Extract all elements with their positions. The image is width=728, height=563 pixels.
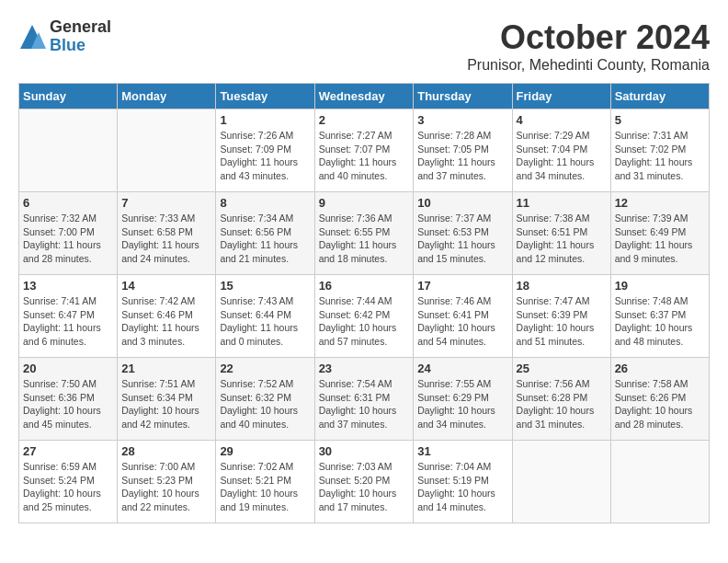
day-info: Sunrise: 7:33 AM Sunset: 6:58 PM Dayligh… bbox=[121, 212, 211, 266]
day-number: 11 bbox=[517, 196, 607, 210]
calendar-cell: 18Sunrise: 7:47 AM Sunset: 6:39 PM Dayli… bbox=[512, 275, 610, 358]
logo-icon bbox=[18, 23, 46, 51]
col-saturday: Saturday bbox=[610, 84, 709, 109]
day-info: Sunrise: 7:32 AM Sunset: 7:00 PM Dayligh… bbox=[23, 212, 113, 266]
calendar-week-1: 1Sunrise: 7:26 AM Sunset: 7:09 PM Daylig… bbox=[19, 109, 710, 192]
calendar-cell: 31Sunrise: 7:04 AM Sunset: 5:19 PM Dayli… bbox=[414, 441, 512, 523]
day-number: 21 bbox=[121, 362, 211, 375]
calendar-cell: 12Sunrise: 7:39 AM Sunset: 6:49 PM Dayli… bbox=[610, 192, 709, 275]
calendar-cell: 6Sunrise: 7:32 AM Sunset: 7:00 PM Daylig… bbox=[19, 192, 118, 275]
col-friday: Friday bbox=[512, 84, 610, 109]
day-number: 25 bbox=[517, 362, 607, 375]
day-number: 6 bbox=[23, 196, 113, 210]
day-number: 12 bbox=[615, 196, 705, 210]
day-info: Sunrise: 7:03 AM Sunset: 5:20 PM Dayligh… bbox=[319, 460, 410, 514]
calendar-cell bbox=[610, 441, 709, 523]
calendar-cell bbox=[512, 441, 610, 523]
calendar-cell: 13Sunrise: 7:41 AM Sunset: 6:47 PM Dayli… bbox=[19, 275, 118, 358]
calendar-cell: 8Sunrise: 7:34 AM Sunset: 6:56 PM Daylig… bbox=[216, 192, 314, 275]
header-row: Sunday Monday Tuesday Wednesday Thursday… bbox=[19, 84, 710, 109]
day-info: Sunrise: 7:31 AM Sunset: 7:02 PM Dayligh… bbox=[615, 129, 705, 183]
day-number: 20 bbox=[23, 362, 113, 375]
logo: General Blue bbox=[18, 18, 111, 55]
calendar-cell: 25Sunrise: 7:56 AM Sunset: 6:28 PM Dayli… bbox=[512, 358, 610, 441]
day-number: 23 bbox=[319, 362, 410, 375]
day-number: 14 bbox=[121, 279, 211, 293]
calendar-cell: 29Sunrise: 7:02 AM Sunset: 5:21 PM Dayli… bbox=[216, 441, 314, 523]
calendar-body: 1Sunrise: 7:26 AM Sunset: 7:09 PM Daylig… bbox=[19, 109, 710, 523]
day-info: Sunrise: 6:59 AM Sunset: 5:24 PM Dayligh… bbox=[23, 460, 113, 514]
calendar-cell: 22Sunrise: 7:52 AM Sunset: 6:32 PM Dayli… bbox=[216, 358, 314, 441]
calendar-cell: 7Sunrise: 7:33 AM Sunset: 6:58 PM Daylig… bbox=[118, 192, 216, 275]
day-number: 1 bbox=[220, 113, 310, 127]
calendar-cell: 23Sunrise: 7:54 AM Sunset: 6:31 PM Dayli… bbox=[314, 358, 414, 441]
day-info: Sunrise: 7:42 AM Sunset: 6:46 PM Dayligh… bbox=[121, 294, 211, 349]
day-number: 13 bbox=[23, 279, 113, 293]
calendar-cell: 5Sunrise: 7:31 AM Sunset: 7:02 PM Daylig… bbox=[610, 109, 709, 192]
col-sunday: Sunday bbox=[19, 84, 118, 109]
day-info: Sunrise: 7:54 AM Sunset: 6:31 PM Dayligh… bbox=[319, 377, 410, 431]
day-number: 10 bbox=[417, 196, 507, 210]
day-info: Sunrise: 7:51 AM Sunset: 6:34 PM Dayligh… bbox=[121, 377, 211, 431]
day-info: Sunrise: 7:50 AM Sunset: 6:36 PM Dayligh… bbox=[23, 377, 113, 431]
title-section: October 2024 Prunisor, Mehedinti County,… bbox=[467, 18, 710, 74]
calendar-week-4: 20Sunrise: 7:50 AM Sunset: 6:36 PM Dayli… bbox=[19, 358, 710, 441]
logo-blue: Blue bbox=[50, 37, 111, 55]
col-tuesday: Tuesday bbox=[216, 84, 314, 109]
calendar-cell: 28Sunrise: 7:00 AM Sunset: 5:23 PM Dayli… bbox=[118, 441, 216, 523]
day-number: 8 bbox=[220, 196, 310, 210]
calendar-cell: 27Sunrise: 6:59 AM Sunset: 5:24 PM Dayli… bbox=[19, 441, 118, 523]
calendar-cell: 24Sunrise: 7:55 AM Sunset: 6:29 PM Dayli… bbox=[414, 358, 512, 441]
calendar-cell: 30Sunrise: 7:03 AM Sunset: 5:20 PM Dayli… bbox=[314, 441, 414, 523]
calendar-week-3: 13Sunrise: 7:41 AM Sunset: 6:47 PM Dayli… bbox=[19, 275, 710, 358]
day-number: 17 bbox=[417, 279, 507, 293]
day-number: 7 bbox=[121, 196, 211, 210]
day-info: Sunrise: 7:46 AM Sunset: 6:41 PM Dayligh… bbox=[417, 294, 507, 349]
day-number: 3 bbox=[417, 113, 507, 127]
day-info: Sunrise: 7:41 AM Sunset: 6:47 PM Dayligh… bbox=[23, 294, 113, 349]
logo-general: General bbox=[50, 18, 111, 37]
day-info: Sunrise: 7:48 AM Sunset: 6:37 PM Dayligh… bbox=[615, 294, 705, 349]
calendar-cell: 26Sunrise: 7:58 AM Sunset: 6:26 PM Dayli… bbox=[610, 358, 709, 441]
day-number: 4 bbox=[517, 113, 607, 127]
calendar-cell: 4Sunrise: 7:29 AM Sunset: 7:04 PM Daylig… bbox=[512, 109, 610, 192]
day-info: Sunrise: 7:34 AM Sunset: 6:56 PM Dayligh… bbox=[220, 212, 310, 266]
day-info: Sunrise: 7:55 AM Sunset: 6:29 PM Dayligh… bbox=[417, 377, 507, 431]
calendar-cell: 15Sunrise: 7:43 AM Sunset: 6:44 PM Dayli… bbox=[216, 275, 314, 358]
day-number: 24 bbox=[417, 362, 507, 375]
day-number: 9 bbox=[319, 196, 410, 210]
calendar-cell bbox=[118, 109, 216, 192]
calendar-cell: 14Sunrise: 7:42 AM Sunset: 6:46 PM Dayli… bbox=[118, 275, 216, 358]
calendar-week-5: 27Sunrise: 6:59 AM Sunset: 5:24 PM Dayli… bbox=[19, 441, 710, 523]
calendar-week-2: 6Sunrise: 7:32 AM Sunset: 7:00 PM Daylig… bbox=[19, 192, 710, 275]
calendar-cell bbox=[19, 109, 118, 192]
day-info: Sunrise: 7:00 AM Sunset: 5:23 PM Dayligh… bbox=[121, 460, 211, 514]
day-number: 26 bbox=[615, 362, 705, 375]
day-info: Sunrise: 7:44 AM Sunset: 6:42 PM Dayligh… bbox=[319, 294, 410, 349]
calendar-table: Sunday Monday Tuesday Wednesday Thursday… bbox=[18, 83, 710, 523]
day-info: Sunrise: 7:04 AM Sunset: 5:19 PM Dayligh… bbox=[417, 460, 507, 514]
calendar-cell: 10Sunrise: 7:37 AM Sunset: 6:53 PM Dayli… bbox=[414, 192, 512, 275]
calendar-cell: 20Sunrise: 7:50 AM Sunset: 6:36 PM Dayli… bbox=[19, 358, 118, 441]
calendar-cell: 21Sunrise: 7:51 AM Sunset: 6:34 PM Dayli… bbox=[118, 358, 216, 441]
calendar-cell: 17Sunrise: 7:46 AM Sunset: 6:41 PM Dayli… bbox=[414, 275, 512, 358]
calendar-cell: 19Sunrise: 7:48 AM Sunset: 6:37 PM Dayli… bbox=[610, 275, 709, 358]
day-number: 5 bbox=[615, 113, 705, 127]
day-info: Sunrise: 7:38 AM Sunset: 6:51 PM Dayligh… bbox=[517, 212, 607, 266]
day-info: Sunrise: 7:43 AM Sunset: 6:44 PM Dayligh… bbox=[220, 294, 310, 349]
calendar-cell: 1Sunrise: 7:26 AM Sunset: 7:09 PM Daylig… bbox=[216, 109, 314, 192]
day-info: Sunrise: 7:52 AM Sunset: 6:32 PM Dayligh… bbox=[220, 377, 310, 431]
day-info: Sunrise: 7:36 AM Sunset: 6:55 PM Dayligh… bbox=[319, 212, 410, 266]
day-info: Sunrise: 7:02 AM Sunset: 5:21 PM Dayligh… bbox=[220, 460, 310, 514]
logo-text: General Blue bbox=[50, 18, 111, 55]
col-monday: Monday bbox=[118, 84, 216, 109]
day-number: 27 bbox=[23, 444, 113, 458]
day-number: 15 bbox=[220, 279, 310, 293]
calendar-cell: 2Sunrise: 7:27 AM Sunset: 7:07 PM Daylig… bbox=[314, 109, 414, 192]
day-info: Sunrise: 7:26 AM Sunset: 7:09 PM Dayligh… bbox=[220, 129, 310, 183]
calendar-cell: 16Sunrise: 7:44 AM Sunset: 6:42 PM Dayli… bbox=[314, 275, 414, 358]
day-number: 30 bbox=[319, 444, 410, 458]
calendar-cell: 9Sunrise: 7:36 AM Sunset: 6:55 PM Daylig… bbox=[314, 192, 414, 275]
day-info: Sunrise: 7:37 AM Sunset: 6:53 PM Dayligh… bbox=[417, 212, 507, 266]
calendar-cell: 11Sunrise: 7:38 AM Sunset: 6:51 PM Dayli… bbox=[512, 192, 610, 275]
